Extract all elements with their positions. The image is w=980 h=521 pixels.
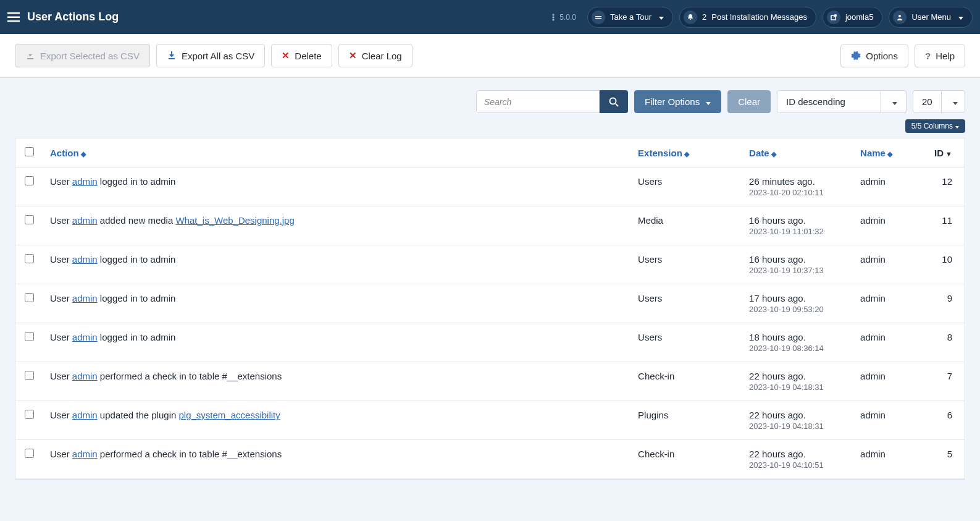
column-action[interactable]: Action◆	[43, 138, 630, 167]
filter-options-button[interactable]: Filter Options	[634, 90, 721, 113]
name-cell: admin	[853, 323, 927, 362]
action-cell: User admin logged in to admin	[43, 245, 630, 284]
caret-down-icon	[955, 122, 959, 130]
table-row: User admin added new media What_is_Web_D…	[15, 206, 965, 245]
user-link[interactable]: admin	[72, 449, 98, 459]
user-link[interactable]: admin	[72, 371, 98, 381]
delete-button[interactable]: ✕ Delete	[271, 44, 332, 67]
user-icon	[893, 11, 907, 24]
item-link[interactable]: What_is_Web_Designing.jpg	[175, 215, 294, 226]
id-cell: 11	[927, 206, 965, 245]
item-link[interactable]: plg_system_accessibility	[178, 410, 280, 420]
column-extension[interactable]: Extension◆	[630, 138, 742, 167]
row-checkbox[interactable]	[25, 449, 34, 458]
times-icon: ✕	[282, 50, 290, 61]
action-cell: User admin logged in to admin	[43, 323, 630, 362]
date-cell: 26 minutes ago.2023-10-20 02:10:11	[742, 167, 853, 206]
gear-icon	[851, 51, 861, 61]
sort-icon: ◆	[771, 150, 776, 158]
svg-point-5	[8, 20, 10, 22]
download-icon	[25, 51, 35, 61]
user-link[interactable]: admin	[72, 410, 98, 420]
times-icon: ✕	[349, 50, 357, 61]
row-checkbox[interactable]	[25, 215, 34, 224]
user-link[interactable]: admin	[72, 254, 98, 265]
user-menu-button[interactable]: User Menu	[889, 7, 973, 28]
post-install-messages-button[interactable]: 2 Post Installation Messages	[679, 7, 816, 28]
help-button[interactable]: ? Help	[915, 44, 965, 67]
export-all-button[interactable]: Export All as CSV	[156, 44, 265, 67]
row-checkbox[interactable]	[25, 332, 34, 341]
take-tour-button[interactable]: Take a Tour	[587, 7, 673, 28]
id-cell: 5	[927, 440, 965, 479]
table-row: User admin performed a check in to table…	[15, 440, 965, 479]
row-checkbox[interactable]	[25, 254, 34, 263]
row-checkbox[interactable]	[25, 410, 34, 419]
svg-rect-7	[595, 18, 601, 19]
select-all-checkbox[interactable]	[25, 147, 34, 156]
date-cell: 16 hours ago.2023-10-19 10:37:13	[742, 245, 853, 284]
user-link[interactable]: admin	[72, 215, 98, 226]
extension-cell: Media	[630, 206, 742, 245]
name-cell: admin	[853, 167, 927, 206]
row-checkbox[interactable]	[25, 176, 34, 185]
limit-select[interactable]: 20	[913, 90, 965, 113]
sort-select[interactable]: ID descending	[777, 90, 907, 113]
user-link[interactable]: admin	[72, 332, 98, 342]
extension-cell: Users	[630, 323, 742, 362]
user-link[interactable]: admin	[72, 293, 98, 303]
external-link-icon	[827, 11, 840, 24]
column-id[interactable]: ID▼	[927, 138, 965, 167]
id-cell: 6	[927, 401, 965, 440]
column-name[interactable]: Name◆	[853, 138, 927, 167]
date-cell: 22 hours ago.2023-10-19 04:10:51	[742, 440, 853, 479]
action-cell: User admin logged in to admin	[43, 167, 630, 206]
search-input[interactable]	[476, 90, 600, 113]
options-button[interactable]: Options	[840, 44, 908, 67]
chevron-down-icon	[956, 12, 963, 22]
date-cell: 22 hours ago.2023-10-19 04:18:31	[742, 362, 853, 401]
extension-cell: Users	[630, 167, 742, 206]
date-cell: 22 hours ago.2023-10-19 04:18:31	[742, 401, 853, 440]
column-date[interactable]: Date◆	[742, 138, 853, 167]
clear-log-button[interactable]: ✕ Clear Log	[338, 44, 413, 67]
clear-filters-button[interactable]: Clear	[727, 90, 771, 113]
extension-cell: Check-in	[630, 440, 742, 479]
menu-toggle-icon[interactable]	[7, 12, 20, 23]
site-link-button[interactable]: joomla5	[823, 7, 883, 28]
user-link[interactable]: admin	[72, 176, 98, 187]
notification-count: 2	[702, 12, 706, 22]
name-cell: admin	[853, 440, 927, 479]
sort-icon: ◆	[684, 150, 689, 158]
table-row: User admin logged in to adminUsers18 hou…	[15, 323, 965, 362]
columns-toggle-button[interactable]: 5/5 Columns	[905, 119, 965, 133]
export-selected-button: Export Selected as CSV	[15, 44, 150, 67]
extension-cell: Check-in	[630, 362, 742, 401]
svg-point-4	[8, 16, 10, 18]
extension-cell: Users	[630, 284, 742, 323]
row-checkbox[interactable]	[25, 371, 34, 380]
chevron-down-icon	[941, 91, 966, 112]
table-row: User admin logged in to adminUsers26 min…	[15, 167, 965, 206]
table-row: User admin logged in to adminUsers16 hou…	[15, 245, 965, 284]
action-cell: User admin performed a check in to table…	[43, 362, 630, 401]
row-checkbox[interactable]	[25, 293, 34, 302]
svg-point-9	[898, 15, 901, 17]
svg-point-3	[8, 12, 10, 14]
extension-cell: Users	[630, 245, 742, 284]
id-cell: 12	[927, 167, 965, 206]
tour-icon	[592, 11, 605, 24]
action-cell: User admin added new media What_is_Web_D…	[43, 206, 630, 245]
name-cell: admin	[853, 284, 927, 323]
search-button[interactable]	[600, 90, 628, 113]
name-cell: admin	[853, 206, 927, 245]
id-cell: 7	[927, 362, 965, 401]
actions-log-table: Action◆ Extension◆ Date◆ Name◆ ID▼ User …	[15, 138, 965, 479]
bell-icon	[684, 11, 697, 24]
chevron-down-icon	[703, 96, 711, 107]
action-cell: User admin logged in to admin	[43, 284, 630, 323]
name-cell: admin	[853, 401, 927, 440]
sort-icon: ◆	[81, 150, 86, 158]
date-cell: 18 hours ago.2023-10-19 08:36:14	[742, 323, 853, 362]
table-row: User admin logged in to adminUsers17 hou…	[15, 284, 965, 323]
